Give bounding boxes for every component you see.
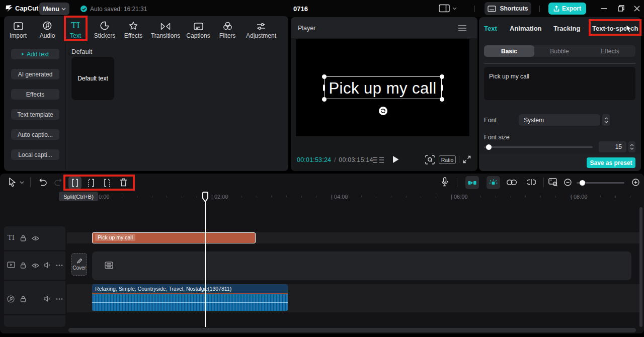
minimize-button[interactable] [601, 8, 607, 9]
fullscreen-icon[interactable] [463, 155, 471, 163]
selection-handle-tr[interactable] [440, 74, 444, 79]
font-size-slider-track[interactable] [484, 146, 593, 148]
cover-button[interactable]: Cover [71, 253, 87, 276]
audio-track-mute-icon[interactable] [44, 296, 51, 302]
text-track-lock-icon[interactable] [20, 235, 26, 241]
toolbar-item-transitions[interactable]: Transitions [145, 19, 186, 39]
audio-track-lock-icon[interactable] [20, 296, 26, 302]
audio-track-more-icon[interactable] [56, 298, 63, 300]
link-icon[interactable] [507, 180, 517, 185]
ruler-ticks[interactable] [92, 196, 640, 198]
project-title: 0716 [293, 5, 308, 13]
selection-handle-br[interactable] [440, 97, 444, 102]
subtab-effects[interactable]: Effects [585, 45, 635, 57]
text-selection-box[interactable] [324, 76, 442, 99]
timeline-zoom-slider-thumb[interactable] [580, 180, 585, 186]
toolbar-item-filters[interactable]: Filters [210, 19, 245, 39]
select-tool-chevron-icon[interactable] [20, 181, 24, 184]
pencil-icon [76, 258, 83, 264]
film-strip-icon [105, 262, 113, 269]
tl-toolbar-divider [30, 178, 31, 187]
close-button[interactable] [634, 6, 640, 12]
player-title: Player [298, 25, 315, 32]
toolbar-item-adjustment[interactable]: Adjustment [241, 19, 281, 39]
select-tool-icon[interactable] [9, 178, 17, 187]
menu-label: Menu [43, 6, 59, 13]
restore-button[interactable] [618, 5, 624, 12]
text-content-field[interactable]: Pick up my call [484, 67, 635, 100]
vertical-scrollbar[interactable] [639, 207, 642, 327]
subtab-basic[interactable]: Basic [484, 45, 534, 57]
split-icon[interactable] [71, 179, 79, 187]
save-preset-button[interactable]: Save as preset [587, 157, 635, 168]
auto-snap-toggle[interactable] [465, 176, 479, 189]
export-button[interactable]: Export [548, 3, 586, 15]
zoom-out-icon[interactable] [564, 179, 572, 186]
default-text-card[interactable]: Default text [71, 57, 114, 100]
sidebar-item-auto-captions[interactable]: Auto captio... [11, 129, 59, 140]
delete-icon[interactable] [120, 178, 127, 187]
rotate-handle-icon[interactable] [379, 107, 387, 115]
chevron-up-icon [604, 117, 608, 120]
playhead-marker[interactable] [202, 192, 209, 203]
video-track-lock-icon[interactable] [20, 262, 26, 269]
video-track-mute-icon[interactable] [44, 262, 51, 268]
sidebar-item-add-text[interactable]: Add text [11, 49, 59, 59]
playhead-line[interactable] [205, 193, 206, 327]
font-label: Font [484, 117, 497, 124]
preview-frame-icon[interactable] [548, 178, 558, 187]
subtab-bubble[interactable]: Bubble [534, 45, 585, 57]
current-time: 00:01:53:24 [297, 156, 331, 163]
horizontal-scrollbar[interactable] [68, 328, 636, 332]
font-size-slider-thumb[interactable] [486, 144, 492, 150]
audio-clip-title-bar: Relaxing, Simple, Countryside, Travel, N… [92, 284, 288, 293]
player-menu-icon[interactable] [458, 25, 466, 31]
tl-toolbar-divider-2 [457, 178, 457, 187]
chevron-down-icon [604, 121, 608, 123]
font-size-value-box[interactable]: 15 [599, 141, 626, 152]
autosave-check-icon [80, 6, 87, 12]
undo-icon[interactable] [39, 178, 47, 186]
tab-animation[interactable]: Animation [510, 25, 542, 32]
selection-handle-bl[interactable] [322, 97, 327, 102]
font-size-label: Font size [484, 134, 510, 141]
text-clip-label: Pick up my call [95, 234, 135, 241]
export-icon [553, 6, 559, 12]
layout-icon[interactable] [439, 4, 450, 13]
sidebar-item-text-template[interactable]: Text template [11, 109, 59, 120]
preview-snap-toggle[interactable] [487, 176, 500, 189]
video-track-icon [7, 262, 15, 268]
sidebar-item-effects[interactable]: Effects [11, 89, 59, 100]
video-track-more-icon[interactable] [56, 265, 63, 266]
zoom-in-icon[interactable] [632, 179, 639, 186]
redo-icon[interactable] [54, 178, 62, 186]
sidebar-item-ai-generated[interactable]: AI generated [11, 69, 59, 79]
text-clip[interactable]: Pick up my call [92, 232, 256, 243]
audio-clip[interactable]: Relaxing, Simple, Countryside, Travel, N… [92, 284, 288, 311]
font-stepper[interactable] [602, 114, 610, 126]
font-select[interactable]: System [519, 114, 600, 126]
selection-handle-left[interactable] [323, 85, 325, 91]
selection-handle-tl[interactable] [322, 74, 327, 79]
frames-view-icon[interactable] [373, 156, 384, 163]
record-voiceover-icon[interactable] [441, 177, 448, 187]
play-button[interactable] [392, 155, 399, 163]
sidebar-item-local-captions[interactable]: Local capti... [11, 149, 59, 160]
video-track-visibility-icon[interactable] [32, 263, 39, 268]
font-size-stepper[interactable] [628, 141, 635, 152]
text-track-visibility-icon[interactable] [32, 236, 39, 241]
unlink-icon[interactable] [527, 179, 536, 186]
preview-focus-icon[interactable] [425, 155, 435, 164]
chevron-down-icon [61, 8, 66, 11]
menu-button[interactable]: Menu [39, 3, 69, 15]
delete-right-icon[interactable] [103, 179, 111, 187]
ratio-button[interactable]: Ratio [439, 155, 456, 164]
shortcuts-button[interactable]: Shortcuts [485, 2, 531, 15]
tl-toolbar-divider-3 [543, 178, 544, 187]
selection-handle-right[interactable] [441, 85, 443, 91]
layout-chevron-icon[interactable] [452, 7, 457, 10]
tab-text[interactable]: Text [484, 25, 497, 32]
tab-tracking[interactable]: Tracking [553, 25, 580, 32]
delete-left-icon[interactable] [87, 179, 95, 187]
main-track-lane[interactable] [92, 251, 631, 280]
